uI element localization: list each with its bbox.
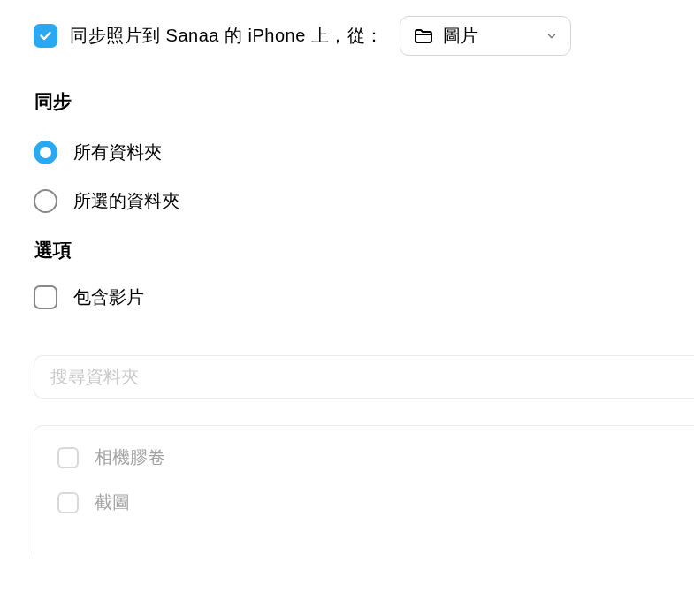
- folder-screenshots-checkbox[interactable]: [57, 492, 79, 513]
- source-dropdown[interactable]: 圖片: [400, 16, 571, 56]
- sync-section-heading: 同步: [34, 89, 694, 114]
- include-videos-checkbox[interactable]: [34, 285, 57, 309]
- all-folders-radio[interactable]: [34, 141, 57, 164]
- folder-camera-roll-label: 相機膠卷: [95, 445, 165, 469]
- all-folders-label: 所有資料夾: [73, 141, 162, 164]
- selected-folders-label: 所選的資料夾: [73, 189, 179, 213]
- include-videos-label: 包含影片: [73, 285, 144, 309]
- chevron-down-icon: [545, 30, 558, 42]
- options-section-heading: 選項: [34, 238, 694, 262]
- folder-camera-roll-checkbox[interactable]: [57, 447, 79, 468]
- selected-folders-radio[interactable]: [34, 189, 57, 213]
- search-folders-field: [34, 355, 694, 399]
- check-icon: [38, 28, 53, 43]
- search-input[interactable]: [50, 367, 678, 387]
- dropdown-value: 圖片: [443, 24, 537, 48]
- list-item: 截圖: [57, 491, 671, 514]
- folder-icon: [413, 26, 434, 47]
- list-item: 相機膠卷: [57, 445, 671, 469]
- folder-screenshots-label: 截圖: [95, 491, 130, 514]
- sync-photos-checkbox[interactable]: [34, 24, 57, 48]
- folder-list: 相機膠卷 截圖: [34, 425, 694, 555]
- sync-photos-label: 同步照片到 Sanaa 的 iPhone 上，從：: [70, 24, 384, 48]
